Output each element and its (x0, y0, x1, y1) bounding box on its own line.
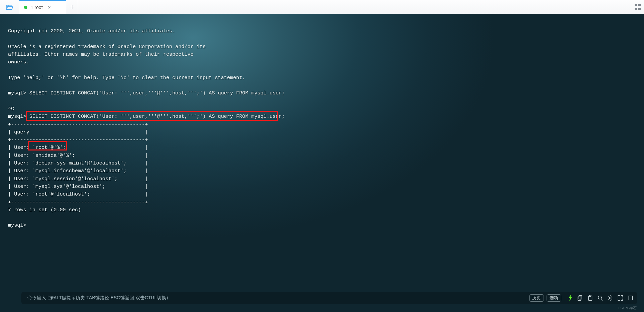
bolt-icon[interactable] (567, 295, 573, 301)
terminal-line: +---------------------------------------… (8, 121, 285, 128)
terminal-line (8, 66, 285, 74)
terminal-line (8, 35, 285, 43)
terminal-line: +---------------------------------------… (8, 136, 285, 144)
new-tab-button[interactable]: ＋ (66, 0, 78, 14)
terminal-line: | User: 'mysql.sys'@'localhost'; | (8, 183, 285, 191)
terminal-line: mysql> SELECT DISTINCT CONCAT('User: '''… (8, 113, 285, 120)
terminal-line: Oracle is a registered trademark of Orac… (8, 43, 285, 51)
terminal-line: | User: 'shidada'@'%'; | (8, 152, 285, 160)
svg-rect-5 (578, 297, 581, 300)
tab-status-dot-icon (24, 6, 27, 9)
svg-rect-4 (579, 296, 582, 299)
svg-point-10 (609, 297, 611, 299)
command-bar: 命令输入 (按ALT键提示历史,TAB键路径,ESC键返回,双击CTRL切换) … (21, 292, 637, 304)
open-folder-button[interactable] (0, 0, 19, 14)
terminal-line: | User: 'root'@'localhost'; | (8, 191, 285, 198)
terminal-line: | User: 'debian-sys-maint'@'localhost'; … (8, 160, 285, 167)
terminal-line: | query | (8, 128, 285, 136)
terminal-line: Copyright (c) 2000, 2021, Oracle and/or … (8, 27, 285, 35)
terminal-line: mysql> SELECT DISTINCT CONCAT('User: '''… (8, 89, 285, 97)
options-button[interactable]: 选项 (547, 294, 561, 302)
terminal-line: +---------------------------------------… (8, 199, 285, 206)
tab-bar: 1 root × ＋ (0, 0, 644, 14)
terminal-output: Copyright (c) 2000, 2021, Oracle and/or … (8, 27, 285, 230)
svg-rect-11 (628, 296, 633, 300)
svg-rect-1 (638, 4, 641, 6)
terminal-line: mysql> (8, 222, 285, 229)
folder-open-icon (6, 4, 13, 10)
terminal-line: | User: 'root'@'%'; | (8, 144, 285, 151)
svg-rect-0 (635, 4, 637, 6)
tab-root[interactable]: 1 root × (19, 0, 66, 14)
expand-icon[interactable] (617, 295, 623, 301)
terminal-line (8, 214, 285, 222)
svg-rect-3 (638, 8, 641, 10)
terminal-line: | User: 'mysql.infoschema'@'localhost'; … (8, 167, 285, 175)
command-bar-right: 历史 选项 (529, 294, 633, 302)
terminal-line: owners. (8, 58, 285, 66)
layout-grid-button[interactable] (631, 0, 644, 14)
terminal-line: affiliates. Other names may be trademark… (8, 51, 285, 58)
terminal-pane[interactable]: Copyright (c) 2000, 2021, Oracle and/or … (0, 14, 644, 312)
terminal-line (8, 82, 285, 89)
terminal-line: ^C (8, 105, 285, 113)
terminal-line (8, 97, 285, 105)
tab-close-button[interactable]: × (48, 4, 51, 10)
terminal-line: 7 rows in set (0.00 sec) (8, 206, 285, 214)
tab-label: 1 root (31, 5, 43, 10)
svg-point-8 (598, 296, 602, 299)
search-icon[interactable] (597, 295, 603, 301)
terminal-line: Type 'help;' or '\h' for help. Type '\c'… (8, 74, 285, 82)
copy-icon[interactable] (577, 295, 583, 301)
svg-line-9 (601, 299, 603, 301)
grid-icon (635, 4, 641, 10)
maximize-icon[interactable] (627, 295, 633, 301)
settings-gear-icon[interactable] (607, 295, 613, 301)
terminal-line: | User: 'mysql.session'@'localhost'; | (8, 175, 285, 183)
command-input[interactable]: 命令输入 (按ALT键提示历史,TAB键路径,ESC键返回,双击CTRL切换) (27, 295, 529, 301)
history-button[interactable]: 历史 (529, 294, 544, 302)
paste-icon[interactable] (587, 295, 593, 301)
command-bar-icons (567, 295, 633, 301)
tabbar-spacer (78, 0, 631, 14)
svg-rect-2 (635, 8, 637, 10)
watermark: CSDN @石~ (618, 306, 639, 311)
